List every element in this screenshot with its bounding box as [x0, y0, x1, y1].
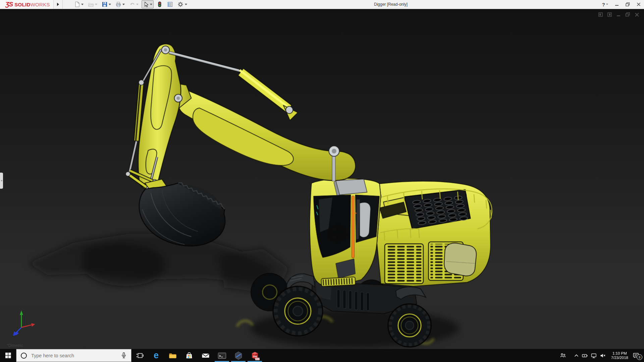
dropdown-arrow-icon[interactable]	[136, 4, 139, 5]
help-button[interactable]: ?	[602, 2, 608, 7]
dropdown-arrow-icon[interactable]	[95, 4, 97, 5]
print-icon	[115, 1, 121, 7]
ribbed-step-strip	[321, 277, 356, 287]
window-controls: ?	[602, 0, 641, 9]
dropdown-arrow-icon[interactable]	[109, 4, 111, 5]
svg-text:2017: 2017	[256, 358, 260, 360]
child-close-icon[interactable]	[635, 12, 639, 17]
boom-assembly	[126, 44, 356, 192]
cortana-icon	[21, 353, 27, 359]
dropdown-arrow-icon[interactable]	[122, 4, 125, 5]
file-properties-icon	[167, 1, 173, 7]
view-orientation-label: *Dimetric	[7, 343, 23, 348]
select-cursor-icon	[143, 1, 149, 7]
rebuild-button[interactable]	[155, 0, 164, 8]
network-icon	[591, 353, 597, 358]
taskbar-apps: e	[131, 349, 263, 362]
wheel-front-right	[388, 304, 431, 347]
child-minimize-icon[interactable]	[616, 12, 621, 17]
hexagon-app-icon	[234, 351, 243, 360]
people-button[interactable]	[560, 353, 566, 358]
battery-charging-icon	[582, 353, 588, 358]
windows-logo-icon	[5, 353, 11, 358]
taskbar: e	[0, 349, 644, 362]
minimize-icon	[615, 2, 619, 6]
search-input[interactable]	[31, 353, 116, 359]
command-prompt-button[interactable]	[214, 349, 230, 362]
solidworks-2017-button[interactable]: SW 2017	[247, 349, 263, 362]
child-doc-icon-2[interactable]	[607, 12, 612, 17]
notification-badge: 3	[637, 354, 642, 360]
chevron-up-icon	[574, 354, 579, 358]
start-button[interactable]	[0, 349, 16, 362]
tab-handle-dot	[1, 180, 2, 181]
close-icon	[637, 2, 641, 6]
menu-flyout-arrow[interactable]	[54, 0, 63, 9]
taskbar-clock[interactable]: 1:10 PM 7/23/2018	[611, 351, 628, 360]
undo-icon	[129, 1, 135, 7]
title-bar: ƷS SOLID WORKS	[0, 0, 644, 9]
solidworks-logo-mark: ƷS	[5, 1, 13, 8]
excavator-scene	[0, 9, 644, 349]
help-icon: ?	[602, 2, 605, 7]
rebuild-traffic-light-icon	[157, 1, 163, 7]
new-document-button[interactable]	[73, 0, 85, 8]
excavator-model[interactable]	[126, 44, 492, 347]
print-button[interactable]	[114, 0, 126, 8]
open-button[interactable]	[87, 0, 99, 8]
restore-button[interactable]	[626, 2, 630, 6]
file-properties-button[interactable]	[166, 0, 174, 8]
restore-icon	[626, 2, 630, 6]
svg-text:SW: SW	[253, 355, 257, 358]
minimize-button[interactable]	[615, 2, 619, 6]
solidworks-logo-text-light: WORKS	[31, 2, 50, 7]
command-prompt-icon	[218, 352, 226, 360]
solidworks-logo: ƷS SOLID WORKS	[0, 0, 54, 9]
solidworks-logo-text-bold: SOLID	[14, 2, 30, 7]
hidden-icons-button[interactable]	[574, 354, 579, 358]
taskbar-search-box[interactable]	[16, 349, 131, 362]
dropdown-arrow-icon	[606, 4, 608, 5]
dropdown-arrow-icon[interactable]	[81, 4, 84, 5]
dropdown-arrow-icon[interactable]	[185, 4, 187, 5]
child-restore-icon[interactable]	[625, 12, 630, 17]
mail-button[interactable]	[197, 349, 214, 362]
clock-date: 7/23/2018	[611, 356, 628, 360]
options-gear-icon	[177, 1, 184, 7]
microphone-icon[interactable]	[120, 352, 128, 359]
child-doc-icon-1[interactable]	[598, 12, 603, 17]
volume-muted-icon	[600, 353, 606, 358]
edge-button[interactable]: e	[148, 349, 164, 362]
wheel-front-left	[273, 286, 323, 336]
new-document-icon	[74, 1, 80, 7]
task-view-icon	[136, 352, 144, 360]
network-button[interactable]	[591, 353, 597, 358]
feature-tree-collapsed-tab[interactable]	[0, 173, 3, 189]
action-center-button[interactable]: 3	[633, 353, 639, 358]
dropdown-arrow-icon[interactable]	[150, 4, 152, 5]
file-explorer-icon	[169, 352, 177, 360]
hexagon-app-button[interactable]	[230, 349, 247, 362]
solidworks-2017-icon: SW 2017	[250, 351, 260, 360]
undo-button[interactable]	[128, 0, 140, 8]
clock-time: 1:10 PM	[611, 351, 628, 356]
battery-button[interactable]	[582, 353, 588, 358]
save-button[interactable]	[100, 0, 112, 8]
graphics-viewport[interactable]: *Dimetric	[0, 9, 644, 349]
window-title: Digger [Read-only]	[342, 2, 439, 7]
volume-button[interactable]	[600, 353, 606, 358]
document-window-controls	[598, 12, 639, 17]
options-button[interactable]	[176, 0, 189, 8]
select-tool-button[interactable]	[142, 0, 154, 8]
orientation-triad	[13, 310, 35, 336]
system-tray: 1:10 PM 7/23/2018 3	[560, 349, 644, 362]
people-icon	[560, 353, 566, 358]
close-button[interactable]	[637, 2, 641, 6]
edge-icon: e	[154, 351, 159, 360]
highlighted-door-edge	[352, 196, 355, 258]
store-icon	[185, 352, 193, 360]
rear-window	[444, 243, 476, 276]
store-button[interactable]	[181, 349, 197, 362]
task-view-button[interactable]	[131, 349, 148, 362]
file-explorer-button[interactable]	[164, 349, 181, 362]
